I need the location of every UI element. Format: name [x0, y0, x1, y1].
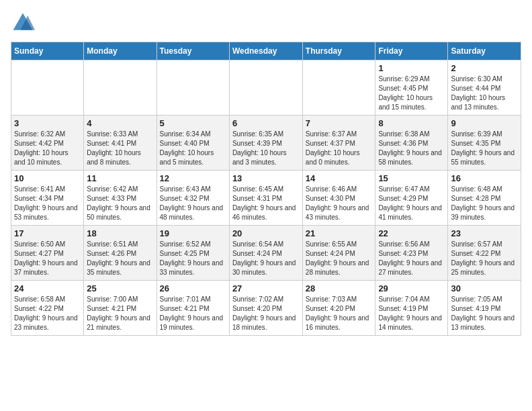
week-row-4: 17Sunrise: 6:50 AM Sunset: 4:27 PM Dayli…	[11, 226, 521, 281]
day-number: 15	[378, 173, 445, 183]
calendar-cell: 4Sunrise: 6:33 AM Sunset: 4:41 PM Daylig…	[84, 116, 157, 171]
day-number: 29	[378, 283, 445, 293]
calendar-cell: 26Sunrise: 7:01 AM Sunset: 4:21 PM Dayli…	[157, 281, 229, 336]
day-info: Sunrise: 6:55 AM Sunset: 4:24 PM Dayligh…	[306, 240, 373, 277]
day-info: Sunrise: 7:00 AM Sunset: 4:21 PM Dayligh…	[87, 295, 153, 332]
day-info: Sunrise: 6:48 AM Sunset: 4:28 PM Dayligh…	[451, 185, 518, 222]
calendar-cell: 7Sunrise: 6:37 AM Sunset: 4:37 PM Daylig…	[302, 116, 375, 171]
day-info: Sunrise: 6:56 AM Sunset: 4:23 PM Dayligh…	[378, 240, 445, 277]
day-info: Sunrise: 6:38 AM Sunset: 4:36 PM Dayligh…	[378, 130, 445, 167]
week-row-1: 1Sunrise: 6:29 AM Sunset: 4:45 PM Daylig…	[11, 60, 521, 116]
day-info: Sunrise: 7:01 AM Sunset: 4:21 PM Dayligh…	[160, 295, 226, 332]
logo-icon	[11, 11, 35, 35]
day-info: Sunrise: 6:46 AM Sunset: 4:30 PM Dayligh…	[306, 185, 373, 222]
day-number: 27	[232, 283, 300, 293]
calendar-cell: 24Sunrise: 6:58 AM Sunset: 4:22 PM Dayli…	[11, 281, 84, 336]
day-info: Sunrise: 7:02 AM Sunset: 4:20 PM Dayligh…	[232, 295, 300, 332]
weekday-header-saturday: Saturday	[448, 42, 521, 60]
week-row-3: 10Sunrise: 6:41 AM Sunset: 4:34 PM Dayli…	[11, 171, 521, 226]
calendar-cell: 19Sunrise: 6:52 AM Sunset: 4:25 PM Dayli…	[157, 226, 229, 281]
day-number: 1	[378, 63, 445, 73]
calendar-cell: 30Sunrise: 7:05 AM Sunset: 4:19 PM Dayli…	[448, 281, 521, 336]
day-info: Sunrise: 6:37 AM Sunset: 4:37 PM Dayligh…	[306, 130, 373, 167]
calendar-cell: 29Sunrise: 7:04 AM Sunset: 4:19 PM Dayli…	[375, 281, 448, 336]
day-number: 5	[160, 118, 226, 128]
calendar-cell: 25Sunrise: 7:00 AM Sunset: 4:21 PM Dayli…	[84, 281, 157, 336]
calendar-cell: 22Sunrise: 6:56 AM Sunset: 4:23 PM Dayli…	[375, 226, 448, 281]
day-info: Sunrise: 6:29 AM Sunset: 4:45 PM Dayligh…	[378, 75, 445, 112]
day-number: 14	[306, 173, 373, 183]
day-number: 13	[232, 173, 300, 183]
day-info: Sunrise: 6:51 AM Sunset: 4:26 PM Dayligh…	[87, 240, 153, 277]
calendar-cell: 27Sunrise: 7:02 AM Sunset: 4:20 PM Dayli…	[229, 281, 302, 336]
calendar-cell: 1Sunrise: 6:29 AM Sunset: 4:45 PM Daylig…	[375, 60, 448, 116]
weekday-header-friday: Friday	[375, 42, 448, 60]
calendar-cell: 3Sunrise: 6:32 AM Sunset: 4:42 PM Daylig…	[11, 116, 84, 171]
day-number: 2	[451, 63, 518, 73]
calendar-cell: 2Sunrise: 6:30 AM Sunset: 4:44 PM Daylig…	[448, 60, 521, 116]
calendar-cell: 23Sunrise: 6:57 AM Sunset: 4:22 PM Dayli…	[448, 226, 521, 281]
day-info: Sunrise: 6:50 AM Sunset: 4:27 PM Dayligh…	[14, 240, 81, 277]
day-info: Sunrise: 6:57 AM Sunset: 4:22 PM Dayligh…	[451, 240, 518, 277]
calendar-cell	[11, 60, 84, 116]
calendar-cell	[157, 60, 229, 116]
day-number: 25	[87, 283, 153, 293]
day-number: 20	[232, 228, 300, 238]
day-info: Sunrise: 6:42 AM Sunset: 4:33 PM Dayligh…	[87, 185, 153, 222]
calendar-cell: 6Sunrise: 6:35 AM Sunset: 4:39 PM Daylig…	[229, 116, 302, 171]
day-info: Sunrise: 6:41 AM Sunset: 4:34 PM Dayligh…	[14, 185, 81, 222]
day-info: Sunrise: 6:45 AM Sunset: 4:31 PM Dayligh…	[232, 185, 300, 222]
day-number: 23	[451, 228, 518, 238]
day-info: Sunrise: 6:47 AM Sunset: 4:29 PM Dayligh…	[378, 185, 445, 222]
day-number: 30	[451, 283, 518, 293]
day-number: 3	[14, 118, 81, 128]
calendar-cell: 18Sunrise: 6:51 AM Sunset: 4:26 PM Dayli…	[84, 226, 157, 281]
day-info: Sunrise: 6:52 AM Sunset: 4:25 PM Dayligh…	[160, 240, 226, 277]
calendar-body: 1Sunrise: 6:29 AM Sunset: 4:45 PM Daylig…	[11, 60, 521, 336]
day-number: 12	[160, 173, 226, 183]
day-info: Sunrise: 6:58 AM Sunset: 4:22 PM Dayligh…	[14, 295, 81, 332]
week-row-5: 24Sunrise: 6:58 AM Sunset: 4:22 PM Dayli…	[11, 281, 521, 336]
day-number: 26	[160, 283, 226, 293]
weekday-header-thursday: Thursday	[302, 42, 375, 60]
calendar-cell: 15Sunrise: 6:47 AM Sunset: 4:29 PM Dayli…	[375, 171, 448, 226]
calendar-cell: 20Sunrise: 6:54 AM Sunset: 4:24 PM Dayli…	[229, 226, 302, 281]
day-number: 17	[14, 228, 81, 238]
weekday-header-tuesday: Tuesday	[157, 42, 229, 60]
week-row-2: 3Sunrise: 6:32 AM Sunset: 4:42 PM Daylig…	[11, 116, 521, 171]
calendar-cell	[84, 60, 157, 116]
day-number: 19	[160, 228, 226, 238]
calendar-cell: 10Sunrise: 6:41 AM Sunset: 4:34 PM Dayli…	[11, 171, 84, 226]
day-info: Sunrise: 6:39 AM Sunset: 4:35 PM Dayligh…	[451, 130, 518, 167]
day-number: 7	[306, 118, 373, 128]
day-number: 11	[87, 173, 153, 183]
day-number: 22	[378, 228, 445, 238]
day-number: 6	[232, 118, 300, 128]
calendar-cell: 14Sunrise: 6:46 AM Sunset: 4:30 PM Dayli…	[302, 171, 375, 226]
day-info: Sunrise: 6:35 AM Sunset: 4:39 PM Dayligh…	[232, 130, 300, 167]
calendar-cell: 11Sunrise: 6:42 AM Sunset: 4:33 PM Dayli…	[84, 171, 157, 226]
day-info: Sunrise: 7:04 AM Sunset: 4:19 PM Dayligh…	[378, 295, 445, 332]
calendar-cell: 8Sunrise: 6:38 AM Sunset: 4:36 PM Daylig…	[375, 116, 448, 171]
calendar-cell: 5Sunrise: 6:34 AM Sunset: 4:40 PM Daylig…	[157, 116, 229, 171]
weekday-header-sunday: Sunday	[11, 42, 84, 60]
calendar: SundayMondayTuesdayWednesdayThursdayFrid…	[11, 42, 521, 336]
day-info: Sunrise: 6:43 AM Sunset: 4:32 PM Dayligh…	[160, 185, 226, 222]
calendar-cell: 16Sunrise: 6:48 AM Sunset: 4:28 PM Dayli…	[448, 171, 521, 226]
logo	[11, 11, 38, 35]
calendar-cell: 28Sunrise: 7:03 AM Sunset: 4:20 PM Dayli…	[302, 281, 375, 336]
day-number: 28	[306, 283, 373, 293]
calendar-cell	[229, 60, 302, 116]
calendar-cell: 9Sunrise: 6:39 AM Sunset: 4:35 PM Daylig…	[448, 116, 521, 171]
day-info: Sunrise: 6:32 AM Sunset: 4:42 PM Dayligh…	[14, 130, 81, 167]
page-header	[11, 11, 521, 35]
day-info: Sunrise: 6:34 AM Sunset: 4:40 PM Dayligh…	[160, 130, 226, 167]
weekday-header-monday: Monday	[84, 42, 157, 60]
calendar-cell	[302, 60, 375, 116]
day-info: Sunrise: 6:33 AM Sunset: 4:41 PM Dayligh…	[87, 130, 153, 167]
day-number: 16	[451, 173, 518, 183]
day-info: Sunrise: 7:03 AM Sunset: 4:20 PM Dayligh…	[306, 295, 373, 332]
calendar-header: SundayMondayTuesdayWednesdayThursdayFrid…	[11, 42, 521, 60]
calendar-cell: 17Sunrise: 6:50 AM Sunset: 4:27 PM Dayli…	[11, 226, 84, 281]
weekday-header-wednesday: Wednesday	[229, 42, 302, 60]
